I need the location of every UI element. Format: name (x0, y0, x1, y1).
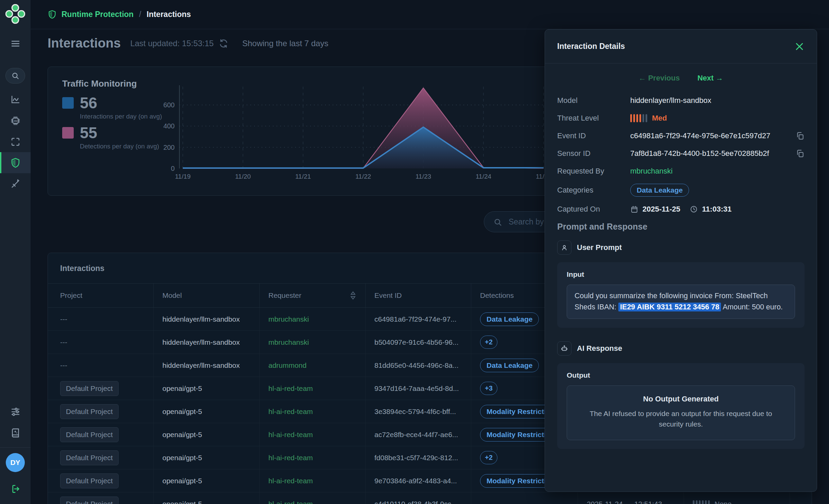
detection-count-badge[interactable]: +3 (480, 382, 497, 395)
requester-link[interactable]: adrummond (268, 361, 306, 370)
project-cell: Default Project (48, 400, 153, 423)
sliders-icon (10, 407, 21, 417)
scan-frame-icon (10, 137, 21, 147)
book-sparkle-icon (10, 428, 21, 438)
detection-badge[interactable]: Data Leakage (480, 312, 539, 326)
project-badge: Default Project (60, 450, 119, 465)
requester-link[interactable]: hl-ai-red-team (268, 384, 313, 393)
svg-text:11/21: 11/21 (295, 173, 311, 180)
threat-bar (693, 500, 694, 504)
threat-bar (699, 500, 701, 504)
sort-icon[interactable] (350, 291, 356, 300)
sidebar-item-settings[interactable] (0, 401, 31, 422)
table-row[interactable]: Default Project openai/gpt-5 hl-ai-red-t… (48, 492, 812, 504)
user-avatar[interactable]: DY (6, 453, 25, 472)
no-output-message: The AI refused to provide an output for … (581, 408, 781, 430)
model-cell: hiddenlayer/llm-sandbox (153, 331, 259, 354)
sidebar-item-dashboards[interactable] (0, 89, 31, 110)
legend-swatch-detections (62, 127, 74, 139)
requester-cell: mbruchanski (259, 308, 365, 330)
user-prompt-label: User Prompt (577, 243, 622, 252)
sword-icon (10, 179, 21, 189)
requester-link[interactable]: hl-ai-red-team (268, 454, 313, 462)
requester-link[interactable]: mbruchanski (268, 315, 309, 323)
ai-response-label: AI Response (577, 344, 622, 353)
detection-badge[interactable]: Data Leakage (480, 359, 539, 372)
requester-link[interactable]: hl-ai-red-team (268, 500, 313, 504)
panel-title: Interaction Details (557, 42, 625, 51)
field-captured-on: Captured On 2025-11-25 11:03:31 (557, 204, 805, 214)
shield-icon (10, 158, 21, 168)
field-model: Model hiddenlayer/llm-sandbox (557, 95, 805, 106)
column-header[interactable]: Requester (259, 284, 365, 307)
requester-link[interactable]: hl-ai-red-team (268, 431, 313, 439)
breadcrumb-section[interactable]: Runtime Protection (61, 10, 134, 19)
model-cell: hiddenlayer/llm-sandbox (153, 354, 259, 377)
panel-header: Interaction Details (545, 30, 817, 64)
user-icon (557, 240, 571, 255)
ai-chip-icon: AI (10, 115, 21, 126)
project-cell: Default Project (48, 423, 153, 446)
detection-count-badge[interactable]: +2 (480, 451, 497, 464)
requester-cell: hl-ai-red-team (259, 423, 365, 446)
sidebar-item-runtime-protection[interactable] (0, 152, 31, 173)
detections-cell (471, 492, 578, 504)
column-header[interactable]: Event ID (365, 284, 471, 307)
detection-count-badge[interactable]: +2 (480, 336, 497, 349)
refresh-icon[interactable] (218, 38, 229, 49)
logout-button[interactable] (0, 482, 31, 496)
column-header[interactable]: Project (48, 284, 153, 307)
avatar-initials: DY (10, 458, 20, 467)
copy-icon[interactable] (796, 131, 805, 140)
legend-swatch-interactions (62, 97, 74, 109)
sidebar-search-button[interactable] (5, 68, 25, 84)
sidebar-item-red-teaming[interactable] (0, 173, 31, 194)
last-updated-text: Last updated: 15:53:15 (130, 39, 214, 48)
previous-button[interactable]: ← Previous (639, 74, 680, 83)
svg-text:11/24: 11/24 (476, 173, 492, 180)
requested-by-value[interactable]: mbruchanski (630, 167, 805, 176)
legend-item-interactions: 56 Interactions per day (on avg) (62, 95, 164, 120)
row-detail-arrow-icon[interactable]: → (765, 499, 775, 504)
category-badge[interactable]: Data Leakage (630, 184, 689, 197)
svg-text:600: 600 (163, 101, 175, 109)
page-head: Interactions Last updated: 15:53:15 Show… (48, 36, 328, 51)
requester-cell: hl-ai-red-team (259, 492, 365, 504)
field-requested-by: Requested By mbruchanski (557, 166, 805, 176)
model-cell: openai/gpt-5 (153, 446, 259, 469)
sidebar-item-docs[interactable] (0, 422, 31, 443)
sidebar-item-scanner[interactable] (0, 131, 31, 152)
threat-level-value: None (715, 500, 731, 504)
close-icon[interactable] (794, 41, 805, 52)
project-text: --- (60, 361, 67, 370)
legend-value-detections: 55 (80, 125, 159, 141)
threat-bar (646, 114, 647, 122)
sidebar-item-model-scanner[interactable]: AI (0, 110, 31, 131)
column-header[interactable]: Model (153, 284, 259, 307)
requester-link[interactable]: hl-ai-red-team (268, 408, 313, 416)
svg-text:11/19: 11/19 (175, 173, 191, 180)
svg-text:200: 200 (163, 144, 175, 151)
event-id-cell: ac72e8fb-ece4-44f7-ae6... (365, 423, 471, 446)
svg-text:AI: AI (14, 119, 17, 123)
event-id-cell: c4d10110-ef38-4b3f-9cc... (365, 492, 471, 504)
svg-text:400: 400 (163, 122, 175, 130)
threat-bar (708, 500, 710, 504)
model-cell: openai/gpt-5 (153, 423, 259, 446)
page-title: Interactions (48, 36, 121, 51)
project-cell: Default Project (48, 446, 153, 469)
requester-link[interactable]: hl-ai-red-team (268, 477, 313, 485)
detail-fields: Model hiddenlayer/llm-sandbox Threat Lev… (557, 95, 805, 214)
event-id-cell: b504097e-91c6-4b56-96... (365, 331, 471, 354)
project-badge: Default Project (60, 427, 119, 442)
requester-link[interactable]: mbruchanski (268, 338, 309, 346)
event-id-cell: c64981a6-7f29-474e-97... (365, 308, 471, 330)
chart-legend: Traffic Monitoring 56 Interactions per d… (62, 78, 164, 155)
next-button[interactable]: Next → (698, 74, 723, 83)
requester-cell: hl-ai-red-team (259, 400, 365, 423)
copy-icon[interactable] (796, 149, 805, 158)
threat-bar (636, 114, 638, 122)
threat-bar (633, 114, 635, 122)
menu-toggle-icon[interactable] (0, 37, 31, 50)
interaction-details-panel: Interaction Details ← Previous Next → Mo… (545, 29, 817, 492)
